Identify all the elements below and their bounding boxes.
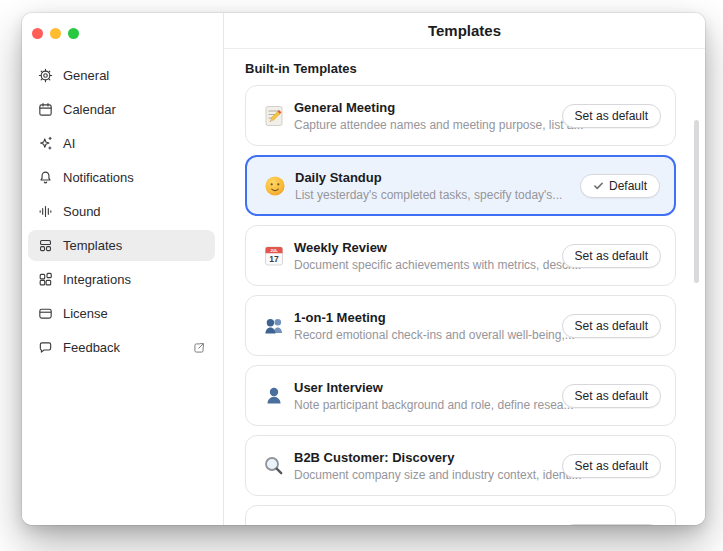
template-card-1-on-1-meeting[interactable]: 1-on-1 MeetingRecord emotional check-ins… — [245, 295, 676, 356]
sidebar-item-general[interactable]: General — [28, 60, 215, 91]
card-button-label: Default — [609, 179, 647, 193]
airplane-icon — [261, 523, 287, 526]
sidebar-item-license[interactable]: License — [28, 298, 215, 329]
templates-icon — [37, 237, 54, 254]
sidebar-item-label: Notifications — [63, 170, 134, 185]
sidebar-item-label: License — [63, 306, 108, 321]
zoom-button[interactable] — [68, 28, 79, 39]
blocks-icon — [37, 271, 54, 288]
set-as-default-button[interactable]: Set as default — [562, 104, 661, 128]
template-title: B2B Customer: Discovery — [294, 450, 562, 465]
sidebar-item-notifications[interactable]: Notifications — [28, 162, 215, 193]
template-card-b2b-customer-pilot[interactable]: B2B Customer: PilotSet as default — [245, 505, 676, 525]
template-card-user-interview[interactable]: User InterviewNote participant backgroun… — [245, 365, 676, 426]
settings-window: GeneralCalendarAINotificationsSoundTempl… — [22, 13, 705, 525]
sidebar-item-label: Calendar — [63, 102, 116, 117]
sidebar-item-label: Sound — [63, 204, 101, 219]
sidebar: GeneralCalendarAINotificationsSoundTempl… — [22, 13, 224, 525]
template-card-daily-standup[interactable]: Daily StandupList yesterday's completed … — [245, 155, 676, 216]
template-card-weekly-review[interactable]: JUL17Weekly ReviewDocument specific achi… — [245, 225, 676, 286]
calendar-icon — [37, 101, 54, 118]
gear-icon — [37, 67, 54, 84]
set-as-default-button[interactable]: Set as default — [562, 314, 661, 338]
sidebar-item-templates[interactable]: Templates — [28, 230, 215, 261]
check-icon — [593, 180, 604, 191]
memo-icon — [261, 103, 287, 129]
speech-bubble-icon — [37, 339, 54, 356]
template-description: List yesterday's completed tasks, specif… — [295, 188, 562, 202]
set-as-default-button[interactable]: Set as default — [562, 454, 661, 478]
template-card-text: General MeetingCapture attendee names an… — [294, 100, 562, 132]
template-description: Note participant background and role, de… — [294, 398, 562, 412]
close-button[interactable] — [32, 28, 43, 39]
sidebar-item-calendar[interactable]: Calendar — [28, 94, 215, 125]
sidebar-item-integrations[interactable]: Integrations — [28, 264, 215, 295]
sidebar-item-label: Integrations — [63, 272, 131, 287]
card-button-label: Set as default — [575, 459, 648, 473]
template-list: General MeetingCapture attendee names an… — [245, 85, 705, 525]
template-description: Record emotional check-ins and overall w… — [294, 328, 562, 342]
templates-content: Built-in Templates General MeetingCaptur… — [224, 49, 705, 525]
template-description: Document company size and industry conte… — [294, 468, 562, 482]
person-icon — [261, 383, 287, 409]
bell-icon — [37, 169, 54, 186]
template-title: Weekly Review — [294, 240, 562, 255]
section-title: Built-in Templates — [245, 61, 705, 76]
template-card-text: Daily StandupList yesterday's completed … — [295, 170, 562, 202]
default-button[interactable]: Default — [580, 174, 660, 198]
template-card-text: Weekly ReviewDocument specific achieveme… — [294, 240, 562, 272]
card-button-label: Set as default — [575, 249, 648, 263]
sidebar-item-label: General — [63, 68, 109, 83]
template-description: Capture attendee names and meeting purpo… — [294, 118, 562, 132]
svg-text:JUL: JUL — [270, 247, 278, 252]
template-card-text: 1-on-1 MeetingRecord emotional check-ins… — [294, 310, 562, 342]
card-button-label: Set as default — [575, 319, 648, 333]
template-title: General Meeting — [294, 100, 562, 115]
sidebar-nav: GeneralCalendarAINotificationsSoundTempl… — [22, 60, 223, 366]
template-title: User Interview — [294, 380, 562, 395]
magnifier-icon — [261, 453, 287, 479]
card-button-label: Set as default — [575, 389, 648, 403]
scrollbar[interactable] — [694, 120, 699, 283]
sidebar-item-sound[interactable]: Sound — [28, 196, 215, 227]
template-title: Daily Standup — [295, 170, 562, 185]
sparkles-icon — [37, 135, 54, 152]
smiley-icon — [262, 173, 288, 199]
window-title: Templates — [224, 13, 705, 49]
main-panel: Templates Built-in Templates General Mee… — [224, 13, 705, 525]
external-link-icon[interactable] — [192, 341, 206, 355]
template-title: 1-on-1 Meeting — [294, 310, 562, 325]
template-card-text: User InterviewNote participant backgroun… — [294, 380, 562, 412]
sidebar-item-label: Templates — [63, 238, 122, 253]
template-card-b2b-customer-discovery[interactable]: B2B Customer: DiscoveryDocument company … — [245, 435, 676, 496]
sidebar-item-ai[interactable]: AI — [28, 128, 215, 159]
template-card-text: B2B Customer: DiscoveryDocument company … — [294, 450, 562, 482]
minimize-button[interactable] — [50, 28, 61, 39]
set-as-default-button[interactable]: Set as default — [562, 384, 661, 408]
sidebar-item-feedback[interactable]: Feedback — [28, 332, 215, 363]
card-button-label: Set as default — [575, 109, 648, 123]
sidebar-item-label: Feedback — [63, 340, 120, 355]
svg-text:17: 17 — [269, 253, 279, 263]
set-as-default-button[interactable]: Set as default — [562, 244, 661, 268]
set-as-default-button[interactable]: Set as default — [562, 524, 661, 526]
template-description: Document specific achievements with metr… — [294, 258, 562, 272]
sidebar-item-label: AI — [63, 136, 75, 151]
traffic-lights — [22, 13, 223, 39]
template-card-general-meeting[interactable]: General MeetingCapture attendee names an… — [245, 85, 676, 146]
license-card-icon — [37, 305, 54, 322]
two-people-icon — [261, 313, 287, 339]
waveform-icon — [37, 203, 54, 220]
calendar-17-icon: JUL17 — [261, 243, 287, 269]
